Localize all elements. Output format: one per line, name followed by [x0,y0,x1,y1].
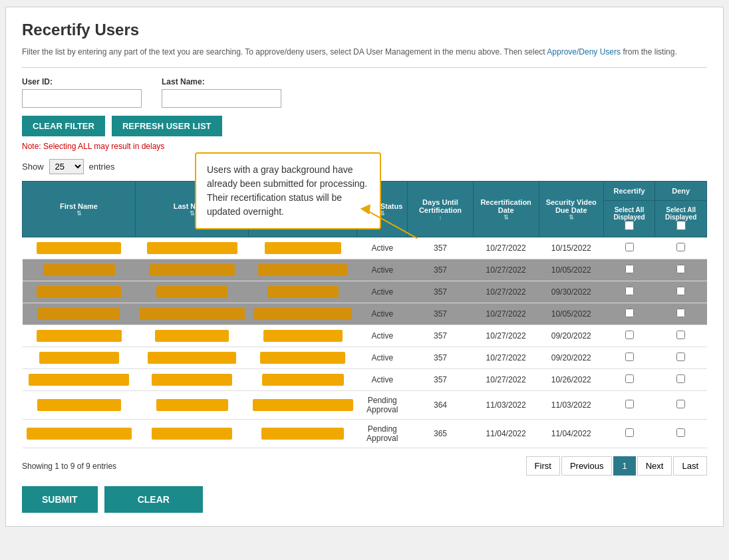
user-id-input[interactable] [22,89,142,108]
page-title: Recertify Users [22,21,707,39]
user-status-cell: Active [357,281,408,303]
recertify-checkbox[interactable] [625,352,634,361]
previous-page-button[interactable]: Previous [561,456,613,476]
first-name-bar [23,347,136,369]
days-cell: 357 [408,237,473,259]
recertify-checkbox-cell[interactable] [603,391,655,420]
deny-checkbox-cell[interactable] [655,420,707,448]
last-page-button[interactable]: Last [673,456,707,476]
recertify-checkbox[interactable] [625,265,634,273]
days-cell: 357 [408,259,473,281]
refresh-user-list-button[interactable]: REFRESH USER LIST [112,116,222,136]
deny-checkbox-cell[interactable] [655,369,707,391]
table-row: Active35710/27/202209/20/2022 [23,325,707,347]
deny-checkbox[interactable] [676,352,685,361]
select-all-recertify-checkbox[interactable] [625,221,634,230]
col-select-all-recertify[interactable]: Select All Displayed [603,201,655,237]
first-name-bar [23,303,136,325]
pagination-controls: First Previous 1 Next Last [526,456,707,476]
days-cell: 364 [408,391,473,420]
col-select-all-deny[interactable]: Select All Displayed [655,201,707,237]
bottom-buttons: SUBMIT CLEAR [22,486,707,513]
user-status-cell: Active [357,369,408,391]
first-name-bar [23,391,136,420]
deny-checkbox[interactable] [676,265,685,273]
col-recertify-header: Recertify [603,182,655,201]
security-date-cell: 10/15/2022 [539,237,603,259]
deny-checkbox[interactable] [676,287,685,295]
recertify-checkbox[interactable] [625,428,634,437]
recertify-checkbox[interactable] [625,287,634,295]
first-name-bar [23,259,136,281]
recertify-checkbox-cell[interactable] [603,303,655,325]
security-date-cell: 10/05/2022 [539,303,603,325]
recertify-checkbox-cell[interactable] [603,237,655,259]
recertify-checkbox[interactable] [625,400,634,408]
page-description: Filter the list by entering any part of … [22,46,707,58]
user-id-bar [249,420,357,448]
deny-checkbox[interactable] [676,243,685,251]
col-first-name: First Name ⇅ [23,182,136,237]
user-status-cell: Active [357,303,408,325]
user-status-cell: Active [357,237,408,259]
deny-checkbox[interactable] [676,331,685,339]
days-cell: 357 [408,281,473,303]
deny-checkbox-cell[interactable] [655,259,707,281]
select-all-deny-checkbox[interactable] [676,221,686,230]
current-page-button[interactable]: 1 [613,456,635,476]
first-name-bar [23,420,136,448]
deny-checkbox-cell[interactable] [655,237,707,259]
table-body: Active35710/27/202210/15/2022Active35710… [23,237,707,448]
recertify-checkbox[interactable] [625,243,634,251]
deny-checkbox-cell[interactable] [655,281,707,303]
deny-checkbox[interactable] [676,428,685,437]
deny-checkbox-cell[interactable] [655,325,707,347]
recertify-checkbox-cell[interactable] [603,259,655,281]
table-row: Active35710/27/202209/20/2022 [23,347,707,369]
deny-checkbox-cell[interactable] [655,391,707,420]
recertify-checkbox[interactable] [625,309,634,317]
recertify-checkbox-cell[interactable] [603,281,655,303]
recert-date-cell: 10/27/2022 [473,325,539,347]
show-entries-select[interactable]: 10 25 50 100 [49,159,84,174]
user-id-bar [249,237,357,259]
recertify-checkbox-cell[interactable] [603,420,655,448]
user-status-cell: Active [357,325,408,347]
first-name-bar [23,237,136,259]
deny-checkbox[interactable] [676,374,685,383]
recert-date-cell: 10/27/2022 [473,237,539,259]
deny-checkbox[interactable] [676,400,685,408]
first-page-button[interactable]: First [526,456,560,476]
last-name-bar [136,325,249,347]
days-cell: 357 [408,303,473,325]
first-name-bar [23,325,136,347]
clear-button[interactable]: CLEAR [104,486,203,513]
last-name-input[interactable] [162,89,281,108]
col-recert-date: Recertification Date ⇅ [473,182,539,237]
deny-checkbox[interactable] [676,309,685,317]
recertify-checkbox-cell[interactable] [603,369,655,391]
security-date-cell: 09/20/2022 [539,325,603,347]
recertify-checkbox[interactable] [625,374,634,383]
security-date-cell: 09/30/2022 [539,281,603,303]
callout-box: Users with a gray background have alread… [195,152,381,229]
last-name-bar [136,420,249,448]
recert-date-cell: 10/27/2022 [473,347,539,369]
deny-checkbox-cell[interactable] [655,303,707,325]
security-date-cell: 11/04/2022 [539,420,603,448]
recert-date-cell: 11/04/2022 [473,420,539,448]
security-date-cell: 10/05/2022 [539,259,603,281]
clear-filter-button[interactable]: CLEAR FILTER [22,116,105,136]
show-label: Show [22,162,44,172]
approve-deny-link[interactable]: Approve/Deny Users [547,47,621,57]
submit-button[interactable]: SUBMIT [22,486,98,513]
user-id-bar [249,347,357,369]
table-row: Active35710/27/202210/05/2022 [23,259,707,281]
next-page-button[interactable]: Next [637,456,672,476]
recertify-checkbox-cell[interactable] [603,347,655,369]
recertify-checkbox-cell[interactable] [603,325,655,347]
recertify-checkbox[interactable] [625,331,634,339]
table-row: Active35710/27/202209/30/2022 [23,281,707,303]
deny-checkbox-cell[interactable] [655,347,707,369]
days-cell: 357 [408,325,473,347]
